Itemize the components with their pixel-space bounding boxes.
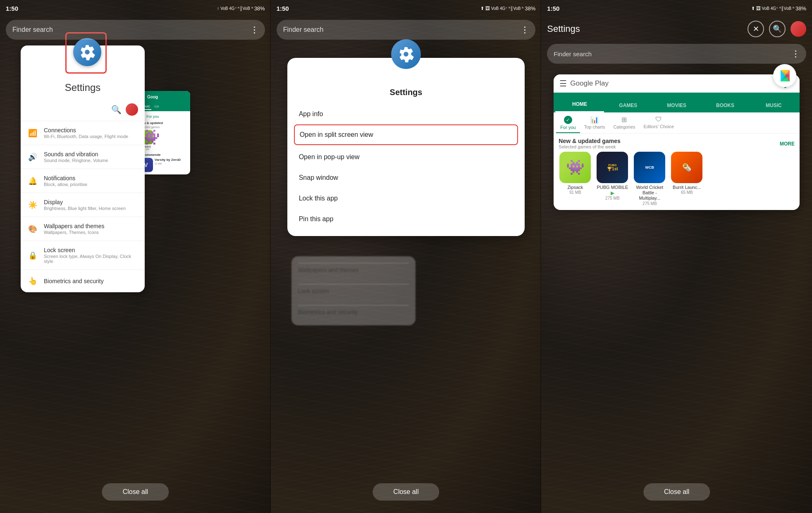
game-card-wcb[interactable]: WCB World Cricket Battle - Multiplay... …: [633, 152, 666, 206]
settings-item-lockscreen[interactable]: 🔒 Lock screen Screen lock type, Always O…: [21, 241, 145, 270]
games-row: 👾 Zipsack 91 MB PUBG 🏆1st PUBG MOBILE: [559, 152, 795, 206]
biometrics-icon: 👆: [27, 276, 38, 286]
ctx-item-snap[interactable]: Snap window: [287, 167, 525, 188]
wallpaper-title: Wallpapers and themes: [44, 223, 138, 229]
foryou-label-sm: For you: [146, 115, 159, 119]
barchart-icon: 📊: [590, 116, 599, 124]
close-topbar-btn[interactable]: ✕: [748, 21, 764, 37]
status-bar-2: 1:50 ⬆ 🖼 VoB 4G⁺ ᴿ║VoB ᴿ 38%: [271, 0, 542, 17]
varsity-size-sm: 12 MB: [155, 162, 181, 165]
upload-icon-1: ↑: [217, 6, 220, 11]
status-time-1: 1:50: [6, 5, 18, 12]
status-time-2: 1:50: [277, 5, 289, 12]
notif-sub: Block, allow, prioritise: [44, 182, 138, 187]
play-logo-area: ☰ Google Play: [559, 79, 609, 88]
display-icon: ☀️: [27, 200, 38, 210]
subnav-editors[interactable]: 🛡 Editors' Choice: [640, 112, 678, 133]
search-bar-2[interactable]: Finder search ⋮: [277, 20, 536, 40]
pubg-game-icon: PUBG 🏆1st: [597, 152, 628, 183]
connections-sub: Wi-Fi, Bluetooth, Data usage, Flight mod…: [44, 134, 138, 139]
download-icon-pubg: ▶: [611, 190, 614, 196]
lockscreen-sub: Screen lock type, Always On Display, Clo…: [44, 254, 138, 264]
menu-dots-1[interactable]: ⋮: [250, 25, 258, 35]
more-button[interactable]: MORE: [780, 141, 795, 147]
section-title-sm: New & updated: [139, 121, 188, 125]
tab-movies[interactable]: MOVIES: [652, 97, 701, 112]
game-card-pubg[interactable]: PUBG 🏆1st PUBG MOBILE ▶ 275 MB: [596, 152, 629, 206]
tab-books[interactable]: BOOKS: [701, 97, 749, 112]
settings-item-connections[interactable]: 📶 Connections Wi-Fi, Bluetooth, Data usa…: [21, 121, 145, 145]
upload-icon-2: ⬆: [480, 6, 484, 11]
play-content-area: New & updated games Selected games of th…: [554, 134, 800, 210]
wcb-game-icon: WCB: [634, 152, 665, 183]
topbar-avatar: [791, 21, 806, 37]
tab-home[interactable]: HOME: [555, 95, 604, 112]
play-card-top: ☰ Google Play 🎤: [554, 74, 800, 93]
burrit-game-icon: 🌯: [671, 152, 702, 183]
display-title: Display: [44, 199, 138, 205]
search-icon-1[interactable]: 🔍: [111, 105, 122, 115]
menu-dots-2[interactable]: ⋮: [521, 25, 529, 35]
close-all-btn-3[interactable]: Close all: [643, 483, 710, 501]
settings-item-biometrics[interactable]: 👆 Biometrics and security: [21, 270, 145, 292]
hamburger-icon[interactable]: ☰: [559, 79, 567, 88]
battery-3: 38%: [795, 5, 806, 12]
search-text-1: Finder search: [12, 26, 250, 33]
varsity-name-sm: Varsity by ZeroD: [155, 158, 181, 162]
subnav-foryou[interactable]: ✓ For you: [556, 112, 580, 133]
burrit-name: Burrit Launc...: [673, 185, 701, 190]
settings-item-display[interactable]: ☀️ Display Brightness, Blue light filter…: [21, 193, 145, 217]
notification-icon: 🔔: [27, 176, 38, 186]
image-icon-2: 🖼: [485, 6, 490, 11]
pubg-size: 275 MB: [605, 196, 619, 200]
divider-1: [270, 0, 271, 513]
zipsack-name: Zipsack: [567, 185, 583, 190]
status-icons-3: ⬆ 🖼 VoB 4G⁺ ᴿ║VoB ᴿ 38%: [751, 5, 807, 12]
pubg-name: PUBG MOBILE: [597, 185, 628, 190]
ctx-item-pin[interactable]: Pin this app: [287, 209, 525, 229]
sounds-title: Sounds and vibration: [44, 151, 138, 157]
bg-settings-dim: Wallpapers and themes Wallpapers, Themes…: [291, 256, 416, 325]
game-card-burrit[interactable]: 🌯 Burrit Launc... 65 MB: [670, 152, 703, 206]
search-topbar-btn[interactable]: 🔍: [769, 21, 786, 37]
context-menu: Settings App info Open in split screen v…: [287, 58, 525, 236]
finder-bar-3[interactable]: Finder search ⋮: [547, 44, 806, 64]
settings-item-wallpaper[interactable]: 🎨 Wallpapers and themes Wallpapers, Them…: [21, 217, 145, 241]
editors-icon: 🛡: [655, 116, 662, 123]
lockscreen-title: Lock screen: [44, 247, 138, 253]
app-search-row-1: 🔍: [21, 100, 145, 121]
ctx-item-appinfo[interactable]: App info: [287, 104, 525, 124]
signal-text-1: VoB 4G⁺ ᴿ║VoB ᴿ: [220, 6, 253, 11]
game-row-sm: 👾 Zipsack 91 MB: [139, 130, 188, 150]
section-title: New & updated games: [559, 138, 620, 144]
tab-music[interactable]: MUSIC: [750, 97, 798, 112]
wallpaper-icon: 🎨: [27, 224, 38, 234]
ctx-item-popup[interactable]: Open in pop-up view: [287, 147, 525, 167]
zipsack-game-icon: 👾: [559, 152, 591, 183]
settings-item-sounds[interactable]: 🔊 Sounds and vibration Sound mode, Ringt…: [21, 145, 145, 169]
ctx-item-lock[interactable]: Lock this app: [287, 188, 525, 209]
search-bar-1[interactable]: Finder search ⋮: [6, 20, 265, 40]
play-corner-icon: [773, 64, 796, 87]
signal-text-3: VoB 4G⁺ ᴿ║VoB ᴿ: [762, 6, 794, 11]
subnav-topcharts[interactable]: 📊 Top charts: [580, 112, 609, 133]
status-bar-3: 1:50 ⬆ 🖼 VoB 4G⁺ ᴿ║VoB ᴿ 38%: [541, 0, 812, 17]
ctx-settings-icon: [391, 39, 421, 69]
display-sub: Brightness, Blue light filter, Home scre…: [44, 206, 138, 211]
tab-games[interactable]: GAMES: [604, 97, 652, 112]
game-card-zipsack[interactable]: 👾 Zipsack 91 MB: [559, 152, 592, 206]
recommended-sm: Recommende: [139, 153, 188, 157]
settings-item-notifications[interactable]: 🔔 Notifications Block, allow, prioritise: [21, 169, 145, 193]
wallpaper-sub: Wallpapers, Themes, Icons: [44, 230, 138, 235]
subnav-categories[interactable]: ⊞ Categories: [609, 112, 639, 133]
sounds-sub: Sound mode, Ringtone, Volume: [44, 158, 138, 163]
ctx-item-splitscreen[interactable]: Open in split screen view: [295, 125, 518, 144]
play-nav-tabs: HOME GAMES MOVIES BOOKS MUSIC: [554, 93, 800, 112]
section-header: New & updated games Selected games of th…: [559, 138, 795, 149]
image-icon-3: 🖼: [756, 6, 761, 11]
signal-text-2: VoB 4G⁺ ᴿ║VoB ᴿ: [491, 6, 523, 11]
close-all-btn-2[interactable]: Close all: [373, 483, 439, 501]
finder-dots-3[interactable]: ⋮: [791, 49, 800, 59]
close-all-btn-1[interactable]: Close all: [102, 483, 169, 501]
biometrics-title: Biometrics and security: [44, 278, 138, 284]
